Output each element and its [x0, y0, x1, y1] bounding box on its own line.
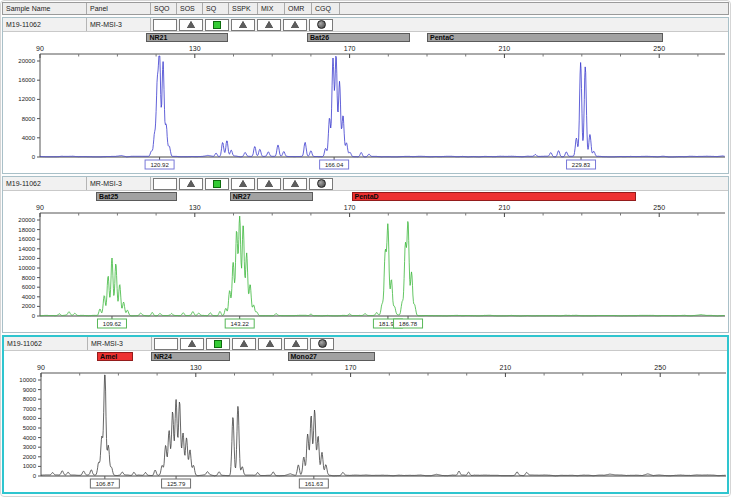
y-tick-label: 8000: [23, 396, 37, 402]
allele-label-text[interactable]: 106.87: [96, 481, 115, 487]
gray-circle-flag-button[interactable]: [309, 19, 333, 31]
warning-triangle-flag-button[interactable]: [257, 178, 281, 190]
green-square-icon: [213, 180, 221, 188]
column-header-sample-name[interactable]: Sample Name: [3, 3, 87, 14]
panel-name-cell[interactable]: MR-MSI-3: [87, 18, 151, 31]
sample-name-cell[interactable]: M19-11062: [4, 337, 88, 350]
column-header-panel[interactable]: Panel: [87, 3, 151, 14]
allele-label-text[interactable]: 166.04: [325, 162, 344, 168]
warning-triangle-icon: [291, 21, 299, 28]
marker-label: NR27: [233, 193, 251, 200]
y-tick-label: 18000: [18, 227, 35, 233]
trace-path: [41, 375, 726, 476]
blank-flag-cell[interactable]: [153, 178, 177, 190]
column-header-filler: [340, 3, 728, 14]
green-square-icon: [214, 340, 222, 348]
allele-label-text[interactable]: 161.63: [305, 481, 324, 487]
x-tick-label: 250: [654, 364, 666, 371]
allele-label-text[interactable]: 109.62: [103, 321, 122, 327]
marker-bar-nr24[interactable]: NR24: [151, 352, 230, 361]
sample-row[interactable]: M19-11062 MR-MSI-3: [3, 18, 728, 32]
y-tick-label: 4000: [22, 135, 36, 141]
blank-flag-cell[interactable]: [154, 338, 178, 350]
green-square-flag-button[interactable]: [205, 19, 229, 31]
y-tick-label: 1000: [23, 463, 37, 469]
warning-triangle-flag-button[interactable]: [232, 338, 256, 350]
x-tick-label: 250: [653, 45, 665, 52]
trace-chart-green[interactable]: 9013017021025002000400060008000100001200…: [3, 202, 728, 332]
column-header-sos[interactable]: SOS: [177, 3, 203, 14]
panel-name-cell[interactable]: MR-MSI-3: [87, 177, 151, 190]
trace-chart-blue[interactable]: 9013017021025004000800012000160002000012…: [3, 43, 728, 173]
marker-bar-bat25[interactable]: Bat25: [96, 192, 177, 201]
marker-bar-mono27[interactable]: Mono27: [288, 352, 375, 361]
column-header-cgq[interactable]: CGQ: [312, 3, 340, 14]
gray-circle-icon: [317, 20, 326, 29]
green-square-flag-button[interactable]: [205, 178, 229, 190]
marker-bar-nr27[interactable]: NR27: [230, 192, 313, 201]
green-square-flag-button[interactable]: [206, 338, 230, 350]
y-tick-label: 7000: [23, 406, 37, 412]
column-header-sq[interactable]: SQ: [203, 3, 229, 14]
sample-name-cell[interactable]: M19-11062: [3, 177, 87, 190]
allele-label-text[interactable]: 229.83: [572, 162, 591, 168]
blank-flag-cell[interactable]: [153, 19, 177, 31]
warning-triangle-flag-button[interactable]: [231, 19, 255, 31]
allele-label-text[interactable]: 143.22: [231, 321, 250, 327]
electropherogram-panel-2[interactable]: M19-11062 MR-MSI-3 Bat25NR27PentaD 90130…: [2, 176, 729, 333]
allele-label-text[interactable]: 186.78: [399, 321, 418, 327]
warning-triangle-flag-button[interactable]: [179, 19, 203, 31]
marker-bar-amel[interactable]: Amel: [97, 352, 133, 361]
sample-row[interactable]: M19-11062 MR-MSI-3: [4, 337, 727, 351]
green-square-icon: [213, 21, 221, 29]
warning-triangle-icon: [239, 21, 247, 28]
gray-circle-flag-button[interactable]: [309, 178, 333, 190]
y-tick-label: 3000: [23, 444, 37, 450]
warning-triangle-flag-button[interactable]: [258, 338, 282, 350]
electropherogram-panel-1[interactable]: M19-11062 MR-MSI-3 NR21Bat26PentaC 90130…: [2, 17, 729, 174]
y-tick-label: 0: [32, 313, 36, 319]
warning-triangle-icon: [187, 21, 195, 28]
x-tick-label: 170: [344, 45, 356, 52]
marker-bar-pentad[interactable]: PentaD: [352, 192, 636, 201]
column-header-mix[interactable]: MIX: [258, 3, 285, 14]
warning-triangle-flag-button[interactable]: [231, 178, 255, 190]
y-tick-label: 14000: [18, 246, 35, 252]
y-tick-label: 8000: [22, 116, 36, 122]
warning-triangle-flag-button[interactable]: [257, 19, 281, 31]
gray-circle-flag-button[interactable]: [310, 338, 334, 350]
marker-label: NR21: [149, 34, 167, 41]
trace-chart-black[interactable]: 9013017021025001000200030004000500060007…: [4, 362, 727, 492]
warning-triangle-flag-button[interactable]: [180, 338, 204, 350]
y-tick-label: 12000: [18, 96, 35, 102]
marker-bar-nr21[interactable]: NR21: [146, 33, 227, 42]
warning-triangle-icon: [187, 180, 195, 187]
y-tick-label: 8000: [22, 275, 36, 281]
column-header-sspk[interactable]: SSPK: [229, 3, 258, 14]
marker-bar-pentac[interactable]: PentaC: [427, 33, 663, 42]
sample-row[interactable]: M19-11062 MR-MSI-3: [3, 177, 728, 191]
x-tick-label: 170: [344, 204, 356, 211]
x-tick-label: 170: [345, 364, 357, 371]
column-header-sqo[interactable]: SQO: [151, 3, 177, 14]
warning-triangle-icon: [266, 340, 274, 347]
panel-name-cell[interactable]: MR-MSI-3: [88, 337, 152, 350]
sample-name-cell[interactable]: M19-11062: [3, 18, 87, 31]
allele-label-text[interactable]: 120.92: [150, 162, 169, 168]
allele-label-text[interactable]: 125.79: [167, 481, 186, 487]
x-tick-label: 130: [189, 45, 201, 52]
column-header-omr[interactable]: OMR: [285, 3, 312, 14]
warning-triangle-flag-button[interactable]: [283, 178, 307, 190]
warning-triangle-flag-button[interactable]: [283, 19, 307, 31]
warning-triangle-flag-button[interactable]: [179, 178, 203, 190]
trace-svg: 9013017021025002000400060008000100001200…: [3, 202, 730, 332]
marker-label: Mono27: [291, 353, 317, 360]
trace-path: [40, 56, 725, 157]
application-window: Sample Name Panel SQO SOS SQ SSPK MIX OM…: [0, 0, 731, 497]
marker-bar-bat26[interactable]: Bat26: [307, 33, 410, 42]
y-tick-label: 2000: [23, 454, 37, 460]
column-header-row: Sample Name Panel SQO SOS SQ SSPK MIX OM…: [2, 2, 729, 15]
y-tick-label: 5000: [23, 425, 37, 431]
warning-triangle-flag-button[interactable]: [284, 338, 308, 350]
electropherogram-panel-3[interactable]: M19-11062 MR-MSI-3 AmelNR24Mono27 901301…: [2, 335, 729, 494]
